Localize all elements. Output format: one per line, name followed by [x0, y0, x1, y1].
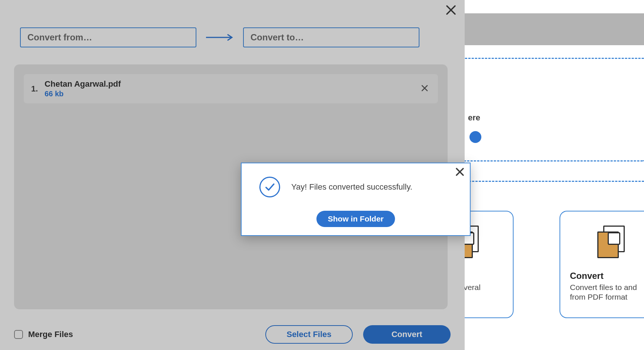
tool-card-convert[interactable]: Convert Convert files to and from PDF fo…: [560, 211, 644, 318]
check-circle-icon: [259, 177, 280, 197]
dropzone-action-circle: [469, 131, 481, 143]
show-in-folder-button[interactable]: Show in Folder: [316, 211, 395, 227]
convert-icon: [589, 223, 630, 264]
close-icon: [455, 167, 465, 177]
tool-convert-title: Convert: [570, 271, 644, 281]
success-message: Yay! Files converted successfully.: [291, 182, 412, 192]
tool-convert-desc: Convert files to and from PDF format: [570, 283, 644, 302]
show-in-folder-label: Show in Folder: [328, 214, 384, 223]
close-modal-button[interactable]: [455, 167, 465, 178]
dropzone-text-fragment: ere: [468, 113, 480, 123]
success-modal: Yay! Files converted successfully. Show …: [241, 163, 471, 236]
